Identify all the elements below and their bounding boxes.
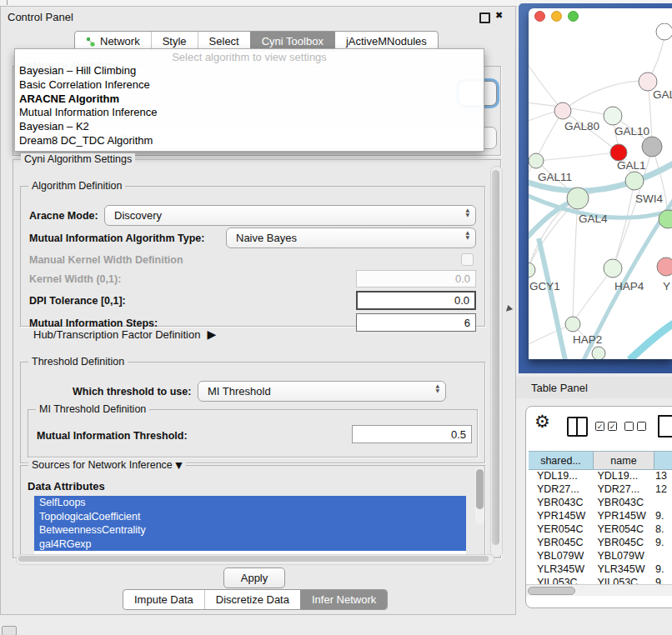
network-node[interactable]	[529, 153, 544, 168]
network-node[interactable]	[642, 137, 662, 157]
settings-horizontal-scrollbar[interactable]	[16, 554, 494, 565]
tab-infer-network[interactable]: Infer Network	[300, 590, 387, 609]
attributes-scrollbar[interactable]	[475, 468, 484, 524]
network-window: GALGAL80GAL10GAL1GAL11SWI4GAL4GCY1HAP4YH…	[529, 8, 672, 359]
network-edge[interactable]	[613, 185, 634, 268]
algorithm-option[interactable]: ARACNE Algorithm	[15, 92, 484, 107]
network-node[interactable]	[604, 259, 622, 278]
network-edge[interactable]	[529, 111, 559, 125]
network-node[interactable]	[567, 188, 589, 209]
zoom-traffic-light[interactable]	[568, 11, 579, 22]
kernel-width-label: Kernel Width (0,1):	[29, 273, 121, 285]
minimized-panel-icon[interactable]	[2, 626, 17, 635]
algorithm-option[interactable]: Bayesian – Hill Climbing	[15, 64, 484, 78]
network-node[interactable]	[657, 258, 672, 276]
mi-type-combo[interactable]: Naive Bayes ▲▼	[226, 228, 476, 248]
tab-impute-data[interactable]: Impute Data	[123, 590, 204, 609]
table-row[interactable]: YBR043CYBR043C	[529, 496, 672, 509]
column-header[interactable]: name	[594, 452, 654, 470]
close-traffic-light[interactable]	[534, 11, 545, 22]
table-row[interactable]: YPR145WYPR145W9.	[529, 509, 672, 522]
table-row[interactable]: YDR27...YDR27...12	[529, 482, 672, 496]
split-columns-icon[interactable]	[567, 417, 588, 437]
mi-threshold-value: 0.5	[451, 428, 466, 441]
network-node[interactable]	[529, 262, 535, 278]
network-edge[interactable]	[536, 152, 615, 161]
dpi-tolerance-field[interactable]: 0.0	[356, 291, 476, 310]
table-row[interactable]: YER054CYER054C8.	[529, 522, 672, 536]
network-edge[interactable]	[573, 198, 578, 322]
algorithm-option[interactable]: Dream8 DC_TDC Algorithm	[15, 134, 484, 148]
table-row[interactable]: YLR345WYLR345W9.	[529, 562, 672, 576]
network-edge[interactable]	[539, 238, 565, 359]
network-edge[interactable]	[563, 81, 648, 111]
network-edge[interactable]	[529, 200, 575, 252]
hub-definition-toggle[interactable]: Hub/Transcription Factor Definition▶	[33, 328, 216, 341]
sources-title-text: Sources for Network Inference	[32, 459, 173, 471]
apply-button[interactable]: Apply	[223, 568, 285, 588]
node-label: GAL4	[579, 212, 608, 225]
kernel-width-value: 0.0	[455, 272, 470, 285]
tab-select-label: Select	[209, 35, 239, 48]
algorithm-option[interactable]: Bayesian – K2	[15, 120, 484, 134]
data-attribute-item[interactable]: BetweennessCentrality	[34, 523, 466, 538]
table-horizontal-scrollbar[interactable]	[526, 584, 672, 596]
manual-kernel-checkbox[interactable]	[461, 253, 474, 266]
collapse-down-icon: ▼	[175, 460, 182, 471]
network-node[interactable]	[565, 317, 580, 332]
network-node[interactable]	[554, 102, 571, 119]
deselect-all-icon[interactable]	[624, 422, 646, 431]
tab-discretize-data[interactable]: Discretize Data	[204, 590, 300, 609]
algorithm-definition-group: Algorithm Definition Aracne Mode: Discov…	[20, 186, 485, 327]
new-table-icon[interactable]	[658, 415, 672, 438]
data-attribute-item[interactable]: gal4RGexp	[34, 538, 466, 552]
float-window-icon[interactable]	[479, 12, 490, 23]
mi-threshold-label: Mutual Information Threshold:	[37, 430, 188, 442]
network-canvas[interactable]: GALGAL80GAL10GAL1GAL11SWI4GAL4GCY1HAP4YH…	[529, 23, 672, 359]
column-header[interactable]	[654, 452, 672, 470]
mi-steps-field[interactable]: 6	[356, 313, 476, 332]
settings-vscroll-thumb[interactable]	[492, 170, 499, 545]
settings-hscroll-thumb[interactable]	[18, 556, 489, 562]
attributes-scrollbar-thumb[interactable]	[476, 469, 484, 509]
kernel-width-field[interactable]: 0.0	[356, 270, 476, 288]
combo-spinner-icon: ▲▼	[465, 230, 469, 239]
node-label: GAL80	[564, 120, 599, 132]
table-body: YDL19...YDL19...13YDR27...YDR27...12YBR0…	[529, 469, 672, 589]
table-row[interactable]: YBL079WYBL079W	[529, 549, 672, 562]
column-header[interactable]: shared...	[529, 452, 594, 470]
which-threshold-combo[interactable]: MI Threshold ▲▼	[198, 381, 446, 402]
network-node[interactable]	[656, 23, 672, 40]
data-attribute-item[interactable]: TopologicalCoefficient	[34, 510, 466, 524]
control-panel-title: Control Panel	[8, 11, 73, 23]
table-cell: YPR145W	[529, 510, 591, 522]
network-edge[interactable]	[629, 323, 672, 359]
network-node[interactable]	[610, 144, 627, 161]
table-cell: 8.	[650, 523, 672, 535]
algorithm-list: Bayesian – Hill ClimbingBasic Correlatio…	[15, 64, 484, 148]
close-icon[interactable]: ✖	[495, 10, 503, 21]
table-row[interactable]: YDL19...YDL19...13	[529, 469, 672, 482]
algorithm-option[interactable]: Mutual Information Inference	[15, 106, 484, 120]
gear-icon[interactable]: ⚙	[534, 412, 550, 432]
data-attributes-list[interactable]: SelfLoopsTopologicalCoefficientBetweenne…	[34, 496, 466, 556]
aracne-mode-combo[interactable]: Discovery ▲▼	[104, 205, 476, 226]
network-node[interactable]	[604, 107, 622, 125]
settings-vertical-scrollbar[interactable]	[490, 166, 503, 558]
algorithm-option[interactable]: Basic Correlation Inference	[15, 78, 484, 92]
data-attribute-item[interactable]: SelfLoops	[34, 496, 466, 510]
table-cell: YBL079W	[591, 550, 650, 562]
sources-group-title[interactable]: Sources for Network Inference ▼	[28, 459, 186, 471]
table-row[interactable]: YBR045CYBR045C9.	[529, 536, 672, 549]
network-node[interactable]	[592, 347, 605, 359]
network-edge[interactable]	[529, 50, 559, 106]
table-cell: 9.	[650, 510, 672, 522]
select-all-icon[interactable]: ✓ ✓	[595, 422, 617, 431]
combo-spinner-icon: ▲▼	[465, 208, 469, 217]
mi-threshold-field[interactable]: 0.5	[352, 425, 472, 443]
table-hscroll-thumb[interactable]	[528, 587, 575, 595]
minimize-traffic-light[interactable]	[551, 11, 562, 22]
table-cell: YER054C	[591, 523, 650, 535]
table-cell: 13	[650, 470, 672, 482]
network-node[interactable]	[625, 172, 644, 190]
